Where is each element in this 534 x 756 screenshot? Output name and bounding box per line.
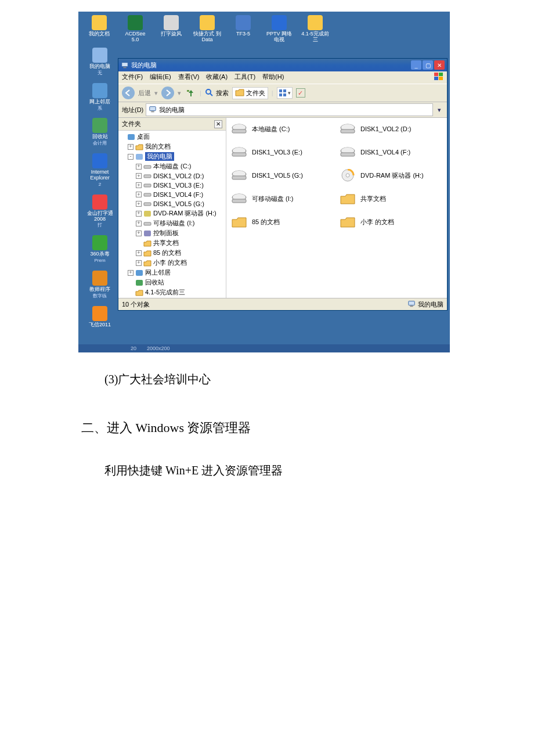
drive-item[interactable]: DISK1_VOL3 (E:): [231, 146, 334, 159]
search-button[interactable]: 搜索: [205, 88, 229, 98]
back-button[interactable]: [122, 87, 135, 99]
tree-node[interactable]: 回收站: [120, 278, 225, 287]
drive-item[interactable]: DVD-RAM 驱动器 (H:): [340, 169, 442, 182]
sidebar-close-button[interactable]: ✕: [214, 120, 222, 128]
expand-toggle[interactable]: +: [128, 270, 134, 276]
drive-item[interactable]: 本地磁盘 (C:): [231, 123, 334, 135]
desktop-icon[interactable]: Internet Explorer 2: [83, 153, 117, 188]
expand-toggle[interactable]: +: [136, 211, 142, 217]
desktop-icon[interactable]: 快捷方式 到 Data: [193, 15, 221, 43]
expand-toggle[interactable]: +: [136, 260, 142, 266]
tree-label: 4.1-5完成前三: [145, 288, 185, 297]
desktop-icon[interactable]: 360杀毒 Prem: [83, 235, 117, 264]
desktop-icon[interactable]: 金山打字通2008 打: [83, 195, 117, 229]
tree-node[interactable]: + 本地磁盘 (C:): [120, 161, 225, 171]
drive-item[interactable]: DISK1_VOL2 (D:): [340, 123, 442, 135]
content-pane[interactable]: 本地磁盘 (C:) DISK1_VOL2 (D:) DISK1_VOL3 (E:…: [226, 118, 447, 298]
icon-label: 网上邻居: [89, 99, 110, 105]
drive-item[interactable]: DISK1_VOL4 (F:): [340, 146, 442, 159]
svg-rect-28: [232, 129, 246, 133]
tree-node[interactable]: 桌面: [120, 132, 225, 142]
drive-item[interactable]: 共享文档: [340, 192, 442, 205]
item-label: DISK1_VOL2 (D:): [360, 125, 411, 132]
menu-item[interactable]: 工具(T): [234, 73, 255, 82]
address-field[interactable]: 我的电脑: [146, 103, 433, 116]
drive-item[interactable]: DISK1_VOL5 (G:): [231, 169, 334, 182]
tree-node[interactable]: 共享文档: [120, 238, 225, 248]
desktop-icon[interactable]: 网上邻居 系: [83, 83, 117, 111]
expand-toggle[interactable]: +: [136, 182, 142, 188]
expand-toggle[interactable]: -: [128, 154, 134, 160]
drive-item[interactable]: 小李 的文档: [340, 215, 442, 228]
tree-node[interactable]: + 我的文档: [120, 142, 225, 152]
tree-node[interactable]: + 11.623班: [120, 297, 225, 298]
desktop-icon[interactable]: 飞信2011: [83, 306, 117, 329]
dropdown-icon[interactable]: ▾: [154, 89, 158, 97]
tree-node[interactable]: + DISK1_VOL2 (D:): [120, 171, 225, 181]
maximize-button[interactable]: ▢: [423, 60, 433, 70]
expand-toggle[interactable]: +: [136, 201, 142, 207]
address-dropdown[interactable]: ▾: [435, 106, 443, 114]
desktop-icon[interactable]: 我的电脑 无: [83, 48, 117, 76]
tree-node[interactable]: + DISK1_VOL5 (G:): [120, 199, 225, 208]
svg-rect-20: [144, 203, 151, 206]
desktop-icon[interactable]: 4.1-5完成前三: [301, 15, 329, 43]
app-icon: [92, 306, 107, 321]
menu-item[interactable]: 帮助(H): [262, 73, 284, 82]
desktop-icon[interactable]: 我的文档: [85, 15, 113, 43]
icon-label: 4.1-5完成前三: [301, 31, 329, 43]
expand-toggle[interactable]: +: [136, 231, 142, 236]
menu-item[interactable]: 收藏(A): [206, 73, 228, 82]
sync-button[interactable]: ✓: [296, 88, 305, 98]
expand-toggle[interactable]: +: [136, 192, 142, 197]
tree-node[interactable]: + 小李 的文档: [120, 258, 225, 268]
expand-toggle[interactable]: +: [136, 164, 142, 170]
tree-node[interactable]: + 控制面板: [120, 228, 225, 238]
desktop-icon[interactable]: ACDSee 5.0: [121, 15, 149, 43]
views-button[interactable]: ▾: [277, 87, 293, 99]
fold-icon: [340, 192, 356, 205]
menu-item[interactable]: 查看(V): [178, 73, 200, 82]
tree-node[interactable]: + 85 的文档: [120, 248, 225, 258]
titlebar[interactable]: 我的电脑 _ ▢ ✕: [118, 59, 447, 71]
drv-icon: [231, 169, 247, 182]
tree-node[interactable]: + DISK1_VOL3 (E:): [120, 181, 225, 190]
tree-node[interactable]: - 我的电脑: [120, 152, 225, 161]
menu-item[interactable]: 文件(F): [122, 73, 143, 82]
icon-label: TF3-5: [236, 31, 250, 37]
expand-toggle[interactable]: +: [136, 221, 142, 226]
expand-toggle[interactable]: +: [136, 250, 142, 256]
fold-icon: [143, 239, 151, 247]
drv-icon: [231, 146, 247, 159]
tree-node[interactable]: + 网上邻居: [120, 268, 225, 278]
dropdown-icon[interactable]: ▾: [178, 89, 181, 97]
tree-label: DISK1_VOL3 (E:): [153, 182, 204, 189]
close-button[interactable]: ✕: [434, 60, 445, 70]
desktop-icon[interactable]: 教师程序 数字练: [83, 271, 117, 299]
my-computer-icon: [407, 300, 416, 309]
tree-node[interactable]: 4.1-5完成前三: [120, 287, 225, 297]
folders-button[interactable]: 文件夹: [232, 87, 268, 99]
tree-node[interactable]: + 可移动磁盘 (I:): [120, 218, 225, 228]
drive-item[interactable]: 可移动磁盘 (I:): [231, 192, 334, 205]
tree-node[interactable]: + DISK1_VOL4 (F:): [120, 190, 225, 199]
tree-node[interactable]: + DVD-RAM 驱动器 (H:): [120, 208, 225, 218]
sidebar-title: 文件夹: [122, 120, 141, 128]
app-icon: [92, 83, 107, 98]
up-button[interactable]: [185, 87, 196, 99]
menu-item[interactable]: 编辑(E): [150, 73, 171, 82]
desktop-icon[interactable]: 打字旋风: [157, 15, 185, 43]
item-label: 85 的文档: [252, 218, 280, 226]
expand-toggle[interactable]: +: [136, 173, 142, 179]
minimize-button[interactable]: _: [411, 60, 421, 70]
svg-rect-9: [283, 89, 286, 92]
desk-icon: [127, 133, 135, 141]
desktop-icon[interactable]: 回收站 会计用: [83, 118, 117, 146]
forward-button[interactable]: [161, 87, 174, 99]
svg-rect-12: [150, 107, 156, 111]
tree-label: 我的文档: [145, 142, 171, 151]
drive-item[interactable]: 85 的文档: [231, 215, 334, 228]
expand-toggle[interactable]: +: [128, 144, 134, 150]
desktop-icon[interactable]: TF3-5: [229, 15, 257, 43]
desktop-icon[interactable]: PPTV 网络电视: [265, 15, 293, 43]
